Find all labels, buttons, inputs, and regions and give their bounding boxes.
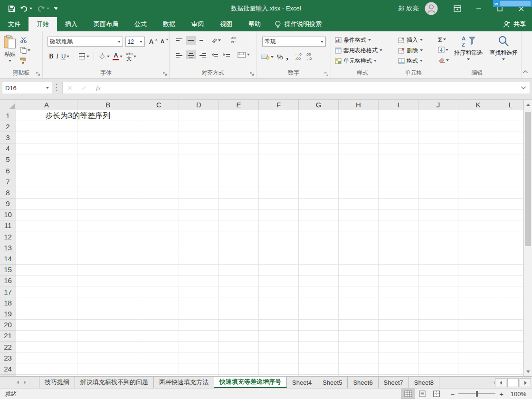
merge-center-button[interactable] bbox=[238, 52, 250, 58]
zoom-out-button[interactable]: − bbox=[450, 390, 455, 398]
cell-B15[interactable] bbox=[77, 265, 139, 276]
cell-H16[interactable] bbox=[339, 276, 379, 286]
cell-I2[interactable] bbox=[379, 121, 418, 132]
ribbon-tab-5[interactable]: 公式 bbox=[126, 17, 155, 31]
cell-L1[interactable] bbox=[498, 110, 523, 121]
column-header-C[interactable]: C bbox=[139, 100, 179, 110]
column-header-L[interactable]: L bbox=[498, 100, 523, 110]
cell-H8[interactable] bbox=[339, 187, 379, 198]
cell-L4[interactable] bbox=[498, 143, 523, 154]
cell-K4[interactable] bbox=[458, 143, 498, 154]
cell-H22[interactable] bbox=[339, 342, 379, 352]
cell-F13[interactable] bbox=[259, 242, 299, 253]
fill-button[interactable] bbox=[438, 46, 449, 54]
cell-L8[interactable] bbox=[498, 187, 523, 198]
cell-H11[interactable] bbox=[339, 220, 379, 231]
accounting-format-button[interactable] bbox=[261, 54, 274, 60]
cell-D8[interactable] bbox=[179, 187, 219, 198]
cell-K14[interactable] bbox=[458, 253, 498, 264]
cell-L17[interactable] bbox=[498, 286, 523, 297]
cell-J17[interactable] bbox=[418, 286, 458, 297]
cell-G21[interactable] bbox=[299, 331, 339, 342]
cell-F5[interactable] bbox=[259, 154, 299, 165]
cell-B13[interactable] bbox=[77, 242, 139, 253]
cell-F24[interactable] bbox=[259, 363, 299, 374]
tell-me-search[interactable]: 操作说明搜索 bbox=[275, 17, 322, 31]
cell-C24[interactable] bbox=[139, 363, 179, 374]
zoom-in-button[interactable]: + bbox=[499, 390, 504, 398]
sheet-tab-1[interactable]: 技巧提纲 bbox=[39, 377, 75, 388]
cut-button[interactable] bbox=[20, 36, 30, 43]
cell-K3[interactable] bbox=[458, 132, 498, 143]
cell-I12[interactable] bbox=[379, 231, 418, 242]
save-icon[interactable] bbox=[8, 5, 15, 12]
align-left-button[interactable] bbox=[174, 50, 184, 59]
cell-E22[interactable] bbox=[219, 342, 259, 352]
sheet-tab-3[interactable]: 两种快速填充方法 bbox=[154, 377, 214, 388]
cell-I4[interactable] bbox=[379, 143, 418, 154]
cancel-entry-icon[interactable]: ✕ bbox=[63, 85, 77, 92]
cell-G7[interactable] bbox=[299, 176, 339, 187]
cell-J21[interactable] bbox=[418, 331, 458, 342]
cell-G8[interactable] bbox=[299, 187, 339, 198]
ribbon-display-options-icon[interactable] bbox=[446, 0, 468, 17]
cell-E16[interactable] bbox=[219, 276, 259, 286]
ribbon-tab-7[interactable]: 审阅 bbox=[183, 17, 212, 31]
cell-F6[interactable] bbox=[259, 165, 299, 176]
cell-G4[interactable] bbox=[299, 143, 339, 154]
cell-D1[interactable] bbox=[179, 110, 219, 121]
cell-E3[interactable] bbox=[219, 132, 259, 143]
sheet-scroll-right-icon[interactable] bbox=[21, 377, 28, 388]
cell-K18[interactable] bbox=[458, 297, 498, 308]
cell-E2[interactable] bbox=[219, 121, 259, 132]
cell-F20[interactable] bbox=[259, 320, 299, 331]
cell-F11[interactable] bbox=[259, 220, 299, 231]
cell-J4[interactable] bbox=[418, 143, 458, 154]
cell-A2[interactable] bbox=[16, 121, 77, 132]
cell-K8[interactable] bbox=[458, 187, 498, 198]
cell-J22[interactable] bbox=[418, 342, 458, 352]
cell-B20[interactable] bbox=[77, 320, 139, 331]
cell-K22[interactable] bbox=[458, 342, 498, 352]
ribbon-tab-9[interactable]: 帮助 bbox=[240, 17, 269, 31]
phonetic-guide-button[interactable]: wén文 bbox=[125, 52, 136, 61]
copy-button[interactable] bbox=[20, 47, 30, 54]
cell-C20[interactable] bbox=[139, 320, 179, 331]
cell-D3[interactable] bbox=[179, 132, 219, 143]
cell-G19[interactable] bbox=[299, 308, 339, 319]
redo-button[interactable] bbox=[37, 5, 49, 12]
align-bottom-button[interactable] bbox=[198, 36, 208, 45]
confirm-entry-icon[interactable]: ✓ bbox=[77, 85, 91, 92]
cell-K9[interactable] bbox=[458, 199, 498, 209]
column-header-F[interactable]: F bbox=[259, 100, 299, 110]
cell-J3[interactable] bbox=[418, 132, 458, 143]
column-header-I[interactable]: I bbox=[379, 100, 418, 110]
redo-dropdown[interactable] bbox=[47, 8, 49, 10]
row-header-24[interactable]: 24 bbox=[0, 363, 16, 374]
font-dialog-launcher[interactable] bbox=[163, 72, 167, 76]
format-as-table-button[interactable]: 套用表格格式 bbox=[331, 45, 394, 56]
undo-button[interactable] bbox=[20, 5, 32, 12]
customize-qat-button[interactable] bbox=[54, 7, 57, 10]
cell-J16[interactable] bbox=[418, 276, 458, 286]
font-color-button[interactable]: A bbox=[113, 52, 123, 60]
expand-formula-bar-icon[interactable] bbox=[517, 86, 530, 90]
row-header-20[interactable]: 20 bbox=[0, 320, 16, 331]
cell-H3[interactable] bbox=[339, 132, 379, 143]
cell-D20[interactable] bbox=[179, 320, 219, 331]
cell-E15[interactable] bbox=[219, 265, 259, 276]
cell-J23[interactable] bbox=[418, 352, 458, 363]
cell-B10[interactable] bbox=[77, 209, 139, 220]
row-header-13[interactable]: 13 bbox=[0, 242, 16, 253]
cell-B19[interactable] bbox=[77, 308, 139, 319]
row-header-18[interactable]: 18 bbox=[0, 297, 16, 308]
insert-cells-button[interactable]: 插入 bbox=[394, 35, 433, 45]
paste-button[interactable]: 粘贴 bbox=[0, 31, 20, 78]
cell-L15[interactable] bbox=[498, 265, 523, 276]
cell-G5[interactable] bbox=[299, 154, 339, 165]
cell-L10[interactable] bbox=[498, 209, 523, 220]
cell-C17[interactable] bbox=[139, 286, 179, 297]
cell-B9[interactable] bbox=[77, 199, 139, 209]
cell-H15[interactable] bbox=[339, 265, 379, 276]
cell-C5[interactable] bbox=[139, 154, 179, 165]
